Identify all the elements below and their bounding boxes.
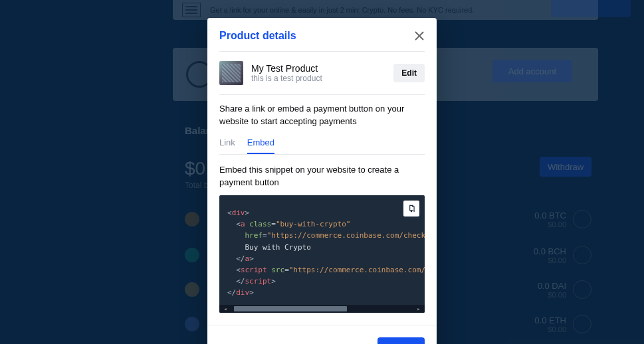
code-attr-value: "https://commerce.coinbase.com/checkout/… [267,231,425,240]
product-description: this is a test product [251,74,322,83]
tabs: Link Embed [219,135,425,155]
code-snippet: <div> <a class="buy-with-crypto" href="h… [219,195,425,312]
share-instruction: Share a link or embed a payment button o… [207,95,437,135]
product-summary: My Test Product this is a test product E… [207,52,437,94]
product-name: My Test Product [251,63,322,74]
embed-instruction: Embed this snippet on your website to cr… [207,155,437,196]
product-thumbnail [219,61,243,85]
code-text: Buy with Crypto [245,243,311,252]
code-content[interactable]: <div> <a class="buy-with-crypto" href="h… [219,195,425,304]
scroll-right-icon[interactable]: ▸ [415,305,422,312]
modal-footer: Close [207,325,437,344]
product-details-modal: Product details My Test Product this is … [207,18,437,344]
edit-button[interactable]: Edit [393,64,425,82]
close-button[interactable]: Close [377,337,425,344]
scroll-left-icon[interactable]: ◂ [222,305,229,312]
code-attr-value: "buy-with-crypto" [276,220,351,228]
scroll-track[interactable] [229,305,415,313]
modal-header: Product details [207,30,437,51]
tab-embed[interactable]: Embed [247,135,274,154]
modal-title: Product details [219,30,296,42]
close-icon[interactable] [414,31,425,41]
product-info: My Test Product this is a test product [251,63,322,83]
code-attr-value: "https://commerce.coinbase.com/v1/checko… [289,266,425,274]
copy-icon[interactable] [403,201,419,216]
tab-link[interactable]: Link [219,135,235,154]
horizontal-scrollbar[interactable]: ◂ ▸ [219,305,425,313]
scroll-thumb[interactable] [234,306,347,311]
